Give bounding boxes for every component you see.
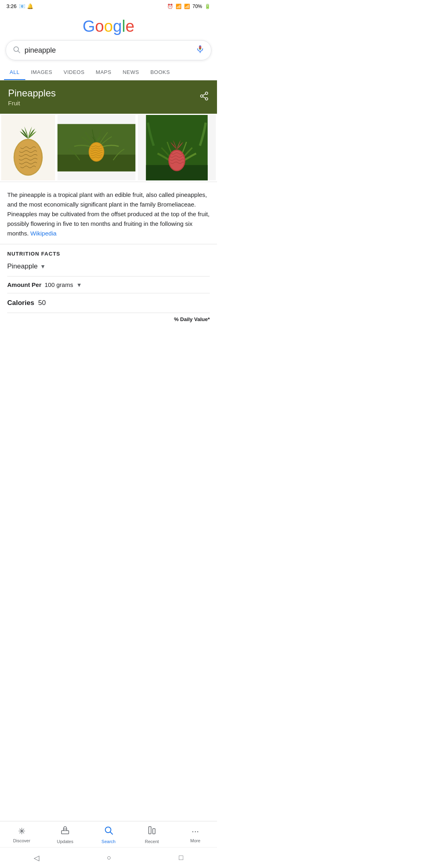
pineapple-image-3[interactable] xyxy=(137,114,217,182)
time-display: 3:26 xyxy=(6,3,16,9)
svg-point-6 xyxy=(205,98,208,100)
food-selector-dropdown[interactable]: Pineapple ▼ xyxy=(7,262,210,270)
pineapple-image-2[interactable] xyxy=(56,114,137,182)
amount-dropdown-arrow[interactable]: ▼ xyxy=(76,282,82,288)
search-tabs: ALL IMAGES VIDEOS MAPS NEWS BOOKS xyxy=(0,65,217,80)
search-icon xyxy=(12,45,20,55)
svg-point-11 xyxy=(14,139,42,175)
svg-point-4 xyxy=(205,92,208,94)
knowledge-panel: Pineapples Fruit xyxy=(0,80,217,329)
alarm-icon: ⏰ xyxy=(167,4,173,9)
svg-point-5 xyxy=(201,95,203,97)
notification-icons: 📧 🔔 xyxy=(19,3,33,9)
tab-videos[interactable]: VIDEOS xyxy=(58,65,90,80)
wikipedia-link[interactable]: Wikipedia xyxy=(31,230,57,237)
wifi-icon: 📶 xyxy=(176,4,182,9)
nutrition-facts-section: NUTRITION FACTS Pineapple ▼ Amount Per 1… xyxy=(0,244,217,329)
tab-maps[interactable]: MAPS xyxy=(90,65,117,80)
svg-point-15 xyxy=(89,143,104,161)
pineapple-description: The pineapple is a tropical plant with a… xyxy=(0,182,217,244)
share-icon[interactable] xyxy=(199,91,209,103)
search-query[interactable]: pineapple xyxy=(25,46,192,55)
calories-row: Calories 50 xyxy=(7,293,210,313)
logo-text: Google xyxy=(82,17,134,35)
battery-text: 70% xyxy=(192,4,202,9)
mic-icon[interactable] xyxy=(196,45,205,56)
amount-per-row: Amount Per 100 grams ▼ xyxy=(7,276,210,293)
pineapple-image-1[interactable] xyxy=(0,114,56,182)
battery-icon: 🔋 xyxy=(205,4,211,9)
daily-value-hint: % Daily Value* xyxy=(7,313,210,322)
svg-line-8 xyxy=(203,94,206,96)
signal-icon: 📶 xyxy=(184,4,190,9)
status-bar: 3:26 📧 🔔 ⏰ 📶 📶 70% 🔋 xyxy=(0,0,217,11)
calories-label: Calories xyxy=(7,299,34,307)
svg-rect-2 xyxy=(199,45,201,50)
kp-subtitle: Fruit xyxy=(8,100,56,106)
status-time: 3:26 📧 🔔 xyxy=(6,3,33,9)
calories-value: 50 xyxy=(38,299,46,307)
kp-title-block: Pineapples Fruit xyxy=(8,88,56,106)
amount-per-value: 100 grams xyxy=(45,281,73,288)
google-logo: Google xyxy=(0,11,217,40)
amount-per-label: Amount Per xyxy=(7,281,41,288)
pineapple-images[interactable] xyxy=(0,114,217,182)
tab-all[interactable]: ALL xyxy=(4,65,25,80)
status-indicators: ⏰ 📶 📶 70% 🔋 xyxy=(167,4,211,9)
tab-books[interactable]: BOOKS xyxy=(145,65,176,80)
nutrition-title: NUTRITION FACTS xyxy=(7,251,210,257)
tab-images[interactable]: IMAGES xyxy=(25,65,58,80)
food-dropdown-arrow: ▼ xyxy=(40,263,46,270)
tab-news[interactable]: NEWS xyxy=(117,65,145,80)
food-item-label: Pineapple xyxy=(7,262,38,270)
search-bar[interactable]: pineapple xyxy=(6,40,211,60)
kp-title: Pineapples xyxy=(8,88,56,99)
svg-line-1 xyxy=(18,51,20,53)
svg-line-7 xyxy=(203,97,206,98)
kp-header: Pineapples Fruit xyxy=(0,80,217,114)
